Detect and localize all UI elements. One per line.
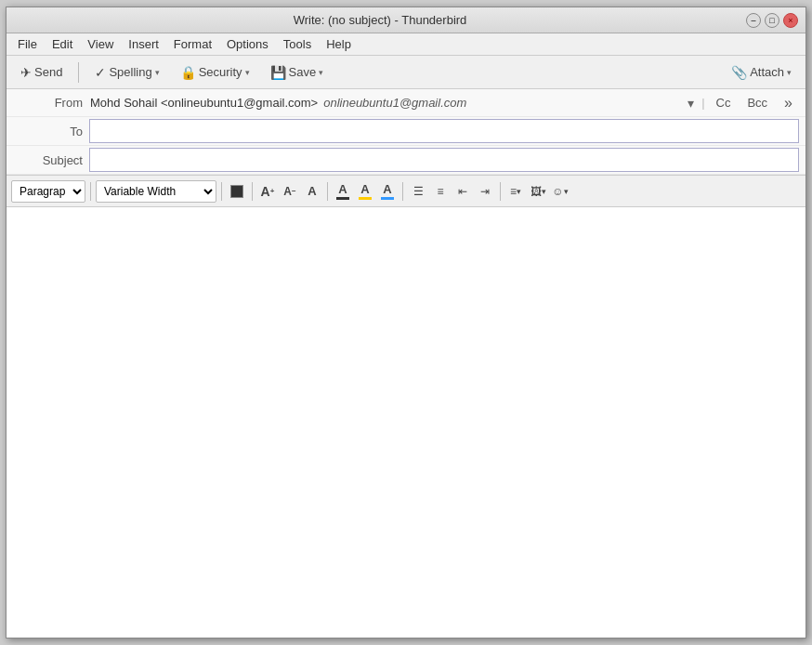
menu-help[interactable]: Help — [319, 35, 359, 53]
highlight-color-swatch — [230, 185, 243, 198]
insert-emoji-button[interactable]: ☺ ▾ — [550, 181, 570, 202]
security-dropdown-arrow: ▾ — [245, 68, 250, 77]
spelling-dropdown-arrow: ▾ — [155, 68, 160, 77]
main-window: Write: (no subject) - Thunderbird – □ × … — [6, 7, 806, 638]
save-dropdown-arrow: ▾ — [319, 68, 323, 77]
bg-color-underline — [381, 197, 394, 200]
bg-color-letter: A — [383, 182, 391, 196]
subject-input[interactable] — [90, 149, 798, 171]
subject-row: Subject — [7, 146, 805, 175]
from-label: From — [7, 96, 90, 110]
fmt-sep-3 — [327, 182, 328, 201]
background-color-button[interactable]: A — [377, 181, 398, 202]
from-alias: onlineubuntu1@gmail.com — [323, 96, 466, 110]
from-separator: | — [701, 96, 704, 110]
align-button[interactable]: ≡ ▾ — [505, 181, 526, 202]
attach-dropdown-arrow: ▾ — [787, 68, 792, 77]
bullet-list-button[interactable]: ☰ — [408, 181, 428, 202]
to-label: To — [7, 125, 90, 138]
menu-view[interactable]: View — [80, 35, 121, 53]
security-icon: 🔒 — [180, 65, 196, 80]
save-icon: 💾 — [270, 65, 286, 80]
fmt-sep-1 — [221, 182, 222, 201]
fmt-sep-5 — [500, 182, 501, 201]
menu-file[interactable]: File — [10, 35, 45, 53]
window-title: Write: (no subject) - Thunderbird — [14, 13, 746, 27]
security-button[interactable]: 🔒 Security ▾ — [172, 61, 258, 84]
title-bar: Write: (no subject) - Thunderbird – □ × — [7, 7, 805, 33]
paragraph-style-select[interactable]: Paragraph — [11, 180, 85, 203]
toolbar: ✈ Send ✓ Spelling ▾ 🔒 Security ▾ 💾 Save … — [7, 56, 805, 89]
menu-insert[interactable]: Insert — [121, 35, 166, 53]
highlight-color-underline — [359, 197, 372, 200]
attach-icon: 📎 — [731, 65, 747, 80]
more-headers-button[interactable]: » — [779, 93, 798, 113]
headers-area: From Mohd Sohail <onlineubuntu1@gmail.co… — [7, 89, 805, 176]
font-color-letter: A — [338, 182, 347, 196]
security-label: Security — [199, 65, 242, 79]
from-dropdown-button[interactable]: ▾ — [686, 94, 696, 112]
fmt-sep-2 — [252, 182, 253, 201]
increase-font-size-button[interactable]: A+ — [257, 181, 278, 202]
decrease-font-size-button[interactable]: A− — [280, 181, 300, 202]
menu-bar: File Edit View Insert Format Options Too… — [7, 33, 805, 56]
compose-area[interactable] — [7, 207, 805, 638]
send-label: Send — [34, 65, 62, 79]
highlight-letter: A — [360, 182, 369, 196]
bcc-button[interactable]: Bcc — [741, 94, 773, 112]
number-list-button[interactable]: ≡ — [430, 181, 451, 202]
spelling-button[interactable]: ✓ Spelling ▾ — [86, 61, 167, 84]
subject-label: Subject — [7, 153, 90, 167]
formatting-bar: Paragraph Variable Width A+ A− A A A A ☰… — [7, 176, 805, 207]
indent-button[interactable]: ⇥ — [475, 181, 495, 202]
font-color-button[interactable]: A — [333, 181, 353, 202]
insert-image-button[interactable]: 🖼 ▾ — [528, 181, 548, 202]
from-content: Mohd Sohail <onlineubuntu1@gmail.com> on… — [90, 96, 686, 110]
send-icon: ✈ — [20, 65, 32, 80]
fmt-sep-4 — [402, 182, 403, 201]
attach-label: Attach — [750, 65, 784, 79]
to-row: To — [7, 117, 805, 146]
font-color-underline — [336, 197, 349, 200]
maximize-button[interactable]: □ — [765, 13, 779, 28]
close-button[interactable]: × — [783, 13, 798, 28]
to-content — [90, 120, 805, 142]
save-button[interactable]: 💾 Save ▾ — [262, 61, 333, 84]
reset-font-size-button[interactable]: A — [302, 181, 322, 202]
highlight-text-button[interactable]: A — [355, 181, 375, 202]
from-controls: ▾ | Cc Bcc » — [686, 93, 805, 113]
minimize-button[interactable]: – — [746, 13, 761, 28]
menu-tools[interactable]: Tools — [276, 35, 319, 53]
toolbar-separator-1 — [78, 62, 79, 83]
cc-button[interactable]: Cc — [711, 94, 737, 112]
from-row: From Mohd Sohail <onlineubuntu1@gmail.co… — [7, 89, 805, 117]
menu-format[interactable]: Format — [166, 35, 219, 53]
menu-options[interactable]: Options — [219, 35, 276, 53]
from-address: Mohd Sohail <onlineubuntu1@gmail.com> — [90, 96, 318, 110]
attach-button[interactable]: 📎 Attach ▾ — [723, 61, 800, 84]
highlight-color-button[interactable] — [227, 181, 247, 202]
outdent-button[interactable]: ⇤ — [452, 181, 473, 202]
spelling-label: Spelling — [109, 65, 151, 79]
fmt-sep-0 — [90, 182, 91, 201]
to-input[interactable] — [90, 120, 798, 142]
spelling-icon: ✓ — [95, 65, 106, 80]
menu-edit[interactable]: Edit — [45, 35, 80, 53]
save-label: Save — [289, 65, 317, 79]
title-bar-controls: – □ × — [746, 13, 798, 28]
send-button[interactable]: ✈ Send — [12, 61, 71, 84]
font-family-select[interactable]: Variable Width — [96, 180, 216, 203]
subject-content — [90, 149, 805, 171]
